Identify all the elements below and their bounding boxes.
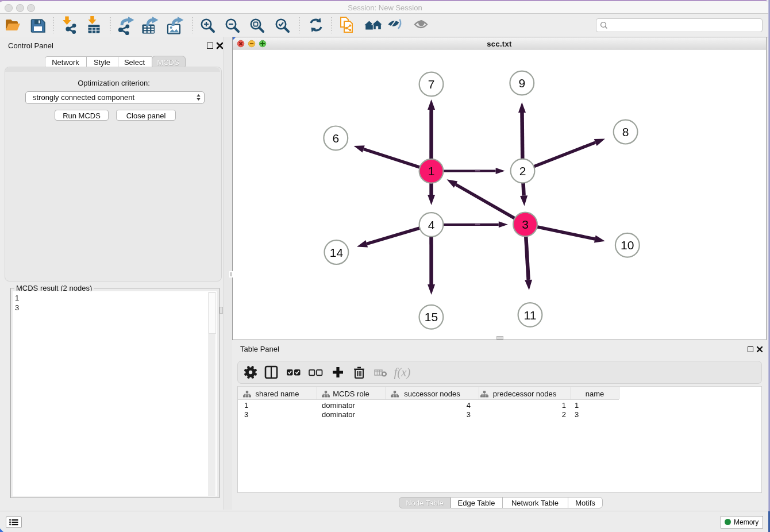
svg-text:6: 6 <box>332 132 339 145</box>
svg-text:9: 9 <box>518 76 525 90</box>
svg-text:8: 8 <box>622 125 629 138</box>
svg-text:7: 7 <box>428 78 435 91</box>
svg-text:f(x): f(x) <box>394 365 410 379</box>
svg-text:14: 14 <box>330 246 344 259</box>
svg-text:1: 1 <box>428 164 435 178</box>
svg-text:4: 4 <box>428 218 435 232</box>
svg-text:15: 15 <box>425 310 438 323</box>
svg-text:3: 3 <box>522 218 529 231</box>
svg-text:2: 2 <box>519 164 526 178</box>
svg-text:11: 11 <box>524 309 537 322</box>
svg-text:10: 10 <box>621 238 634 252</box>
